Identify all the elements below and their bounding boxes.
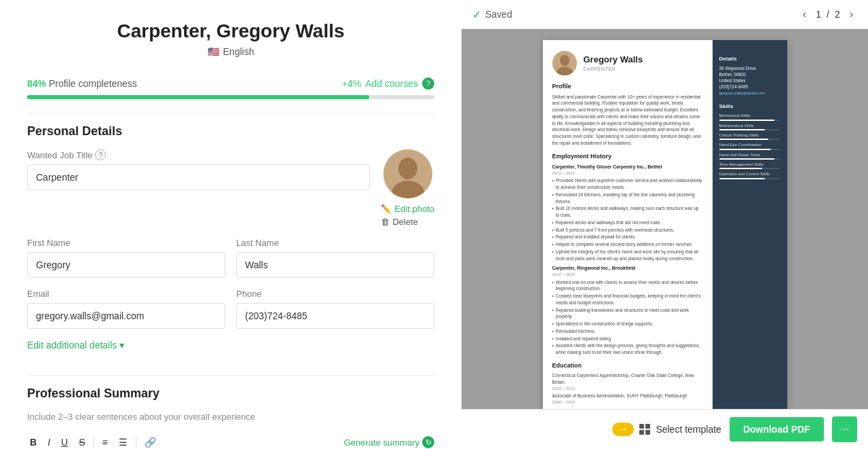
wanted-job-row: Wanted Job Title ? ✏️ Edit photo [27, 149, 434, 227]
resume-profile-text: Skilled and passionate Carpenter with 10… [552, 94, 703, 147]
prev-page-button[interactable]: ‹ [799, 7, 810, 22]
sidebar-details-title: Details [719, 55, 780, 62]
download-pdf-button[interactable]: Download PDF [730, 417, 824, 442]
help-circle-icon[interactable]: ? [422, 77, 434, 90]
resume-name-block: Gregory Walls CARPENTER [584, 54, 643, 73]
select-template-button[interactable]: → Select template [612, 423, 721, 436]
resume-header: Gregory Walls CARPENTER [552, 51, 703, 75]
edit-photo-button[interactable]: ✏️ Edit photo [381, 204, 434, 214]
trash-icon: 🗑 [381, 217, 390, 227]
saved-indicator: ✓ Saved [472, 8, 512, 21]
completeness-percentage: 84% [27, 78, 46, 89]
bullet: Repaired decks and walkways that did not… [552, 219, 703, 226]
resume-name: Gregory Walls [584, 54, 643, 66]
wanted-job-field: Wanted Job Title ? [27, 149, 370, 190]
select-template-label: Select template [656, 424, 721, 435]
language-label: English [223, 46, 254, 57]
progress-fill [27, 95, 369, 99]
last-name-field: Last Name [236, 238, 434, 278]
delete-photo-button[interactable]: 🗑 Delete [381, 217, 434, 227]
edit-additional-button[interactable]: Edit additional details ▾ [27, 340, 434, 351]
phone-input[interactable] [236, 303, 434, 329]
flag-icon: 🇺🇸 [208, 46, 219, 57]
bullet: Specialized in the construction of bridg… [552, 321, 703, 327]
resume-education-title: Education [552, 361, 703, 370]
italic-button[interactable]: I [45, 435, 53, 449]
phone-label: Phone [236, 289, 434, 299]
last-name-input[interactable] [236, 252, 434, 278]
skill-time-management: Time Management Skills [719, 162, 780, 169]
toolbar-divider-2 [136, 437, 136, 448]
resume-employment-title: Employment History [552, 152, 703, 161]
wanted-job-input[interactable] [27, 164, 370, 190]
resume-page: Gregory Walls CARPENTER Profile Skilled … [543, 40, 787, 409]
refresh-icon: ↻ [422, 436, 434, 448]
skill-operation-control: Operation and Control Skills [719, 171, 780, 179]
skill-hand-eye: Hand-Eye Coordination [719, 142, 780, 149]
profile-photo [383, 149, 432, 198]
name-fields-row: First Name Last Name [27, 238, 434, 278]
bold-button[interactable]: B [27, 435, 39, 449]
grid-icon [639, 424, 650, 435]
sidebar-skills-title: Skills [719, 103, 780, 110]
svg-point-1 [398, 158, 417, 179]
check-icon: ✓ [472, 8, 481, 21]
completeness-left: 84% Profile completeness [27, 78, 137, 89]
professional-summary-title: Professional Summary [27, 387, 434, 401]
resume-job-1-date: 2014 – 2022 [552, 170, 703, 176]
bullet: Renovated 20 kitchens, installing top of… [552, 192, 703, 205]
generate-summary-button[interactable]: Generate summary ↻ [344, 436, 434, 448]
pagination: ‹ 1 / 2 › [799, 7, 857, 22]
bullet: Created clear blueprints and financial b… [552, 293, 703, 306]
next-page-button[interactable]: › [846, 7, 857, 22]
svg-point-4 [560, 55, 569, 66]
bullet: Worked one-on-one with clients to assess… [552, 279, 703, 293]
bullet: Uphold the integrity of the client's hom… [552, 249, 703, 262]
professional-summary-subtitle: Include 2–3 clear sentences about your o… [27, 412, 434, 422]
email-input[interactable] [27, 303, 225, 329]
toolbar-divider [93, 437, 94, 448]
add-courses-link[interactable]: +4% Add courses ? [342, 77, 434, 90]
generate-summary-label: Generate summary [344, 437, 419, 448]
unordered-list-button[interactable]: ☰ [116, 435, 130, 449]
link-button[interactable]: 🔗 [142, 435, 159, 449]
right-panel: ✓ Saved ‹ 1 / 2 › [461, 0, 868, 449]
skill-mathematical: Mathematical Skills [719, 123, 780, 130]
arrow-right-icon: → [612, 423, 634, 436]
wanted-job-help-icon[interactable]: ? [95, 149, 106, 160]
chevron-down-icon: ▾ [119, 340, 124, 351]
page-separator: / [827, 9, 829, 20]
strikethrough-button[interactable]: S [76, 435, 88, 449]
sidebar-address: 26 Waywood DriveBethel, 06801United Stat… [719, 65, 780, 84]
resume-sidebar: Details 26 Waywood DriveBethel, 06801Uni… [713, 40, 787, 409]
pencil-icon: ✏️ [381, 204, 392, 214]
resume-job-1-title: Carpenter, Timothy Glover Carpentry Inc.… [552, 164, 703, 170]
personal-details-title: Personal Details [27, 124, 434, 139]
resume-job-title: CARPENTER [584, 66, 643, 73]
page-current: 1 [816, 9, 821, 20]
photo-actions: ✏️ Edit photo 🗑 Delete [381, 204, 434, 227]
more-options-button[interactable]: ··· [832, 416, 857, 442]
resume-edu-2-date: 2006 – 2010 [552, 399, 703, 405]
ordered-list-button[interactable]: ≡ [99, 435, 110, 449]
profile-header: Carpenter, Gregory Walls 🇺🇸 English [27, 0, 434, 71]
skill-mechanical: Mechanical Skills [719, 113, 780, 120]
bullet: Repaired building frameworks and structu… [552, 307, 703, 321]
email-label: Email [27, 289, 225, 299]
completeness-label: Profile completeness [49, 78, 137, 89]
sidebar-email: gregory.walls@gmail.com [719, 90, 780, 96]
resume-job-2-date: 2010 – 2014 [552, 272, 703, 277]
page-total: 2 [835, 9, 840, 20]
bullet: Installed and repaired siding. [552, 336, 703, 342]
wanted-job-label: Wanted Job Title ? [27, 149, 370, 160]
rich-text-toolbar: B I U S ≡ ☰ 🔗 Generate summary ↻ [27, 430, 434, 449]
resume-main: Gregory Walls CARPENTER Profile Skilled … [543, 40, 713, 409]
photo-section: ✏️ Edit photo 🗑 Delete [381, 149, 434, 227]
profile-name: Carpenter, Gregory Walls [27, 20, 434, 42]
underline-button[interactable]: U [58, 435, 71, 449]
language-row: 🇺🇸 English [27, 46, 434, 57]
resume-job-1-bullets: Provided clients with supreme customer s… [552, 177, 703, 262]
add-courses-percent: +4% [342, 78, 361, 89]
skill-critical-thinking: Critical Thinking Skills [719, 132, 780, 140]
first-name-input[interactable] [27, 252, 225, 278]
